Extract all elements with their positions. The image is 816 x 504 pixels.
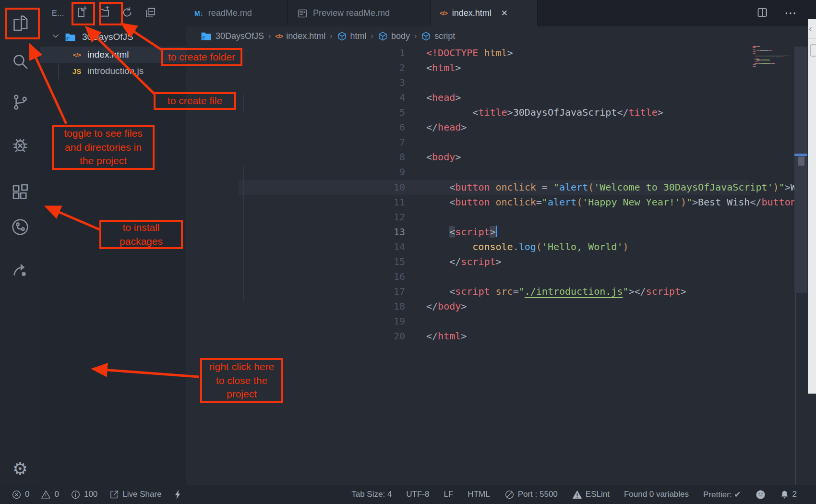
tab-readMe.md[interactable]: M↓ readMe.md <box>186 0 288 26</box>
bell-icon <box>780 490 789 500</box>
status-lightning[interactable] <box>173 489 183 500</box>
status-label: 0 <box>54 490 59 499</box>
tree-file-index.html[interactable]: </> index.html <box>40 47 186 63</box>
breadcrumb-item-index.html[interactable]: </> index.html <box>275 31 325 41</box>
activity-item-extensions[interactable] <box>0 178 40 209</box>
status-right: Tab Size: 4UTF-8LFHTMLPort : 5500ESLintF… <box>351 490 816 500</box>
activity-item-explorer[interactable] <box>0 9 40 39</box>
code-text: <title>30DaysOfJavaScript</title> <box>426 105 663 120</box>
status-tab-size[interactable]: Tab Size: 4 <box>351 490 392 499</box>
html-icon: </> <box>275 33 283 40</box>
activity-item-live-share[interactable] <box>0 254 40 285</box>
status-port[interactable]: Port : 5500 <box>504 490 558 500</box>
breadcrumb-item-html[interactable]: html <box>337 31 367 41</box>
status-feedback[interactable] <box>756 490 766 500</box>
status-live-share[interactable]: Live Share <box>109 490 161 500</box>
files-icon <box>11 13 30 35</box>
activity-item-source-control[interactable] <box>0 88 40 119</box>
status-eol[interactable]: LF <box>444 490 454 499</box>
code-line: 10 <button onclick = "alert('Welcome to … <box>372 180 816 195</box>
code-line: 5 <title>30DaysOfJavaScript</title> <box>372 105 816 120</box>
collapse-all-icon <box>144 6 156 21</box>
activity-item-run-debug[interactable] <box>0 131 40 161</box>
new-file-button[interactable] <box>75 7 87 20</box>
breadcrumb-item-30DaysOfJS[interactable]: 30DaysOfJS <box>200 30 264 42</box>
line-number: 1 <box>372 46 405 60</box>
code-line: 2<html> <box>372 60 816 75</box>
code-text: console.log('Hello, World') <box>426 240 628 254</box>
breadcrumb-separator: › <box>330 32 332 40</box>
breadcrumb-separator: › <box>371 32 373 40</box>
breadcrumb-label: index.html <box>286 31 325 41</box>
code-line: 16 <box>372 269 816 284</box>
line-number: 10 <box>372 180 405 195</box>
cube-icon <box>421 31 431 41</box>
status-left: 00100Live Share <box>0 489 183 500</box>
status-variables[interactable]: Found 0 variables <box>624 490 689 499</box>
status-encoding[interactable]: UTF-8 <box>406 490 429 499</box>
search-icon <box>11 52 30 73</box>
share-arrow-icon <box>11 259 30 280</box>
status-prettier[interactable]: Prettier: ✔ <box>703 490 741 500</box>
status-info[interactable]: 100 <box>71 490 97 500</box>
sidebar-header: E... <box>40 0 186 26</box>
folder-icon <box>64 31 76 43</box>
minimap[interactable] <box>753 46 793 67</box>
status-label: Found 0 variables <box>624 490 689 499</box>
git-branch-icon <box>11 93 30 114</box>
code-editor[interactable]: 1<!DOCTYPE html>2<html>34<head>5 <title>… <box>372 46 816 485</box>
code-line: 9 <box>372 165 816 180</box>
activity-item-project-manager[interactable] <box>0 213 40 243</box>
new-folder-button[interactable] <box>98 7 110 20</box>
tree-root-label: 30DaysOfJS <box>82 32 133 42</box>
folder-icon <box>200 30 212 42</box>
status-notifications[interactable]: 2 <box>780 490 797 500</box>
code-text: </head> <box>426 120 467 135</box>
refresh-icon <box>121 6 133 21</box>
info-circle-icon <box>71 490 81 500</box>
code-line: 11 <button onclick="alert('Happy New Yea… <box>372 195 816 210</box>
split-editor-icon[interactable] <box>756 7 768 20</box>
status-errors[interactable]: 0 <box>12 490 29 500</box>
more-actions-icon[interactable]: ⋯ <box>784 6 798 21</box>
activity-bar: ⚙ <box>0 0 40 485</box>
text-cursor <box>496 226 497 237</box>
tree-file-introduction.js[interactable]: JS introduction.js <box>40 63 186 79</box>
code-line: 1<!DOCTYPE html> <box>372 46 816 60</box>
close-icon[interactable]: ✕ <box>501 8 508 18</box>
status-label: UTF-8 <box>406 490 429 499</box>
bug-icon <box>11 135 30 156</box>
tree-file-label: introduction.js <box>87 66 144 76</box>
vscode-window: ⚙ E... 30DaysOfJS</> index.htmlJS introd… <box>0 0 816 504</box>
status-language[interactable]: HTML <box>468 490 490 499</box>
scrollbar-thumb[interactable] <box>798 156 804 166</box>
breadcrumb-label: script <box>434 31 455 41</box>
html-icon: </> <box>440 10 447 17</box>
eslint-warning-icon <box>572 490 582 500</box>
line-number: 20 <box>372 329 405 344</box>
status-label: Prettier: ✔ <box>703 490 741 500</box>
chevron-down-icon <box>51 31 60 43</box>
editor-edge-line <box>795 293 796 485</box>
line-number: 2 <box>372 60 405 75</box>
code-line: 13 <script> <box>372 225 816 240</box>
activity-item-search[interactable] <box>0 47 40 78</box>
tree-root-folder[interactable]: 30DaysOfJS <box>40 29 186 45</box>
tab-index.html[interactable]: </> index.html✕ <box>431 0 538 26</box>
smiley-icon <box>756 490 766 500</box>
new-file-icon <box>75 6 87 21</box>
code-text: </body> <box>426 299 467 314</box>
breadcrumb-item-script[interactable]: script <box>421 31 455 41</box>
status-warnings[interactable]: 0 <box>41 490 59 500</box>
status-eslint[interactable]: ESLint <box>572 490 610 500</box>
scrollbar-track[interactable] <box>794 47 807 293</box>
settings-gear-icon[interactable]: ⚙ <box>0 454 40 484</box>
code-text: <button onclick = "alert('Welcome to 30D… <box>426 180 816 195</box>
refresh-button[interactable] <box>121 7 133 20</box>
breadcrumb-item-body[interactable]: body <box>378 31 410 41</box>
tab-label: Preview readMe.md <box>313 8 390 18</box>
tab-Preview readMe.md[interactable]: Preview readMe.md <box>288 0 431 26</box>
lightning-icon <box>173 489 183 500</box>
line-number: 7 <box>372 135 405 150</box>
collapse-all-button[interactable] <box>144 7 156 20</box>
